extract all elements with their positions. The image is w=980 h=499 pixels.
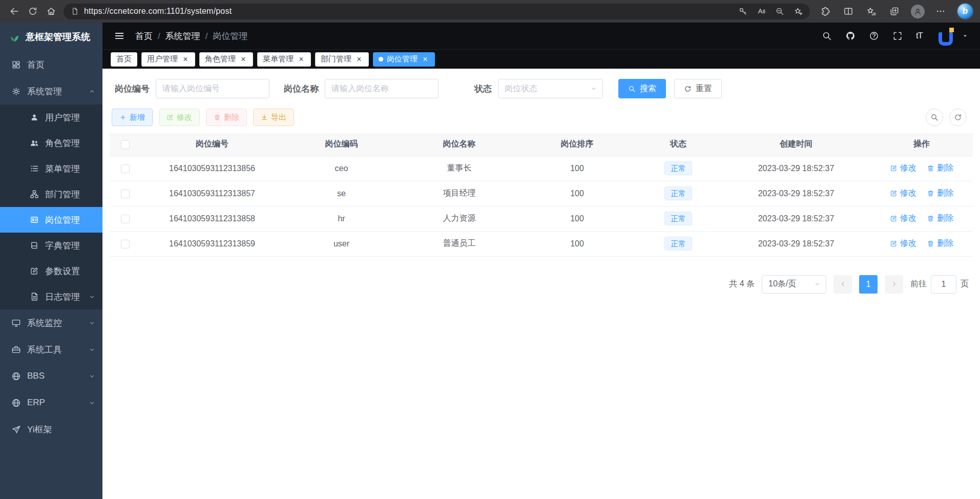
- table-toolbar: 新增 修改 删除 导出: [112, 109, 971, 126]
- close-icon[interactable]: [181, 55, 190, 64]
- cell-create-time: 2023-03-29 18:52:37: [722, 206, 870, 231]
- row-edit-link[interactable]: 修改: [890, 213, 916, 224]
- close-icon[interactable]: [421, 55, 429, 64]
- status-select[interactable]: 岗位状态: [498, 79, 603, 98]
- cell-post-id: 1641030593112313858: [140, 206, 284, 231]
- row-delete-link[interactable]: 删除: [927, 238, 953, 249]
- collections-icon: [889, 6, 900, 16]
- row-delete-link[interactable]: 删除: [927, 163, 953, 174]
- hamburger-icon[interactable]: [114, 30, 125, 41]
- site-info-icon[interactable]: [71, 7, 79, 15]
- address-bar[interactable]: https://ccnetcore.com:1101/system/post: [64, 4, 810, 19]
- export-button[interactable]: 导出: [253, 109, 294, 126]
- goto-label: 前往: [910, 279, 927, 289]
- search-icon[interactable]: [822, 31, 832, 41]
- sidebar-item-menus[interactable]: 菜单管理: [0, 156, 102, 181]
- reset-button[interactable]: 重置: [674, 79, 722, 98]
- close-icon[interactable]: [239, 55, 247, 64]
- page-number-button[interactable]: 1: [859, 275, 878, 294]
- user-icon: [30, 113, 39, 122]
- font-size-icon[interactable]: tT: [916, 31, 923, 41]
- extensions-button[interactable]: [816, 3, 835, 20]
- next-page-button[interactable]: [885, 275, 903, 294]
- row-checkbox[interactable]: [121, 240, 130, 248]
- sidebar-item-depts[interactable]: 部门管理: [0, 181, 102, 207]
- fullscreen-icon[interactable]: [892, 31, 903, 41]
- sidebar-item-logs[interactable]: 日志管理: [0, 284, 102, 309]
- sidebar-item-roles[interactable]: 角色管理: [0, 130, 102, 156]
- row-edit-link[interactable]: 修改: [890, 238, 916, 249]
- search-button[interactable]: 搜索: [618, 79, 666, 98]
- tab-home[interactable]: 首页: [111, 52, 137, 67]
- add-favorite-icon[interactable]: [794, 7, 803, 16]
- copilot-button[interactable]: b: [957, 4, 973, 19]
- breadcrumb-system[interactable]: 系统管理: [165, 30, 213, 42]
- github-icon[interactable]: [845, 31, 856, 41]
- sidebar-item-system-mgmt[interactable]: 系统管理: [0, 78, 102, 105]
- post-name-input[interactable]: [325, 79, 439, 98]
- row-edit-link[interactable]: 修改: [890, 188, 916, 199]
- refresh-button[interactable]: [24, 3, 42, 20]
- caret-down-icon[interactable]: [962, 32, 969, 39]
- post-id-input[interactable]: [156, 79, 269, 98]
- close-icon[interactable]: [297, 55, 305, 64]
- chevron-down-icon: [89, 294, 95, 300]
- tab-roles[interactable]: 角色管理: [199, 52, 253, 67]
- tab-users[interactable]: 用户管理: [141, 52, 195, 67]
- close-icon[interactable]: [355, 55, 363, 64]
- add-button[interactable]: 新增: [112, 109, 153, 126]
- tab-depts[interactable]: 部门管理: [315, 52, 369, 67]
- row-checkbox[interactable]: [121, 215, 130, 223]
- col-status: 状态: [635, 133, 722, 156]
- tab-posts[interactable]: 岗位管理: [373, 52, 435, 67]
- collections-button[interactable]: [885, 3, 904, 20]
- tab-menus[interactable]: 菜单管理: [257, 52, 311, 67]
- row-edit-link[interactable]: 修改: [890, 163, 916, 174]
- delete-button[interactable]: 删除: [206, 109, 247, 126]
- sidebar-item-erp[interactable]: ERP: [0, 389, 102, 416]
- sidebar-item-params[interactable]: 参数设置: [0, 258, 102, 284]
- split-screen-button[interactable]: [839, 3, 858, 20]
- sidebar-item-monitor[interactable]: 系统监控: [0, 309, 102, 336]
- refresh-table-button[interactable]: [949, 109, 967, 126]
- question-icon[interactable]: [869, 31, 879, 41]
- row-delete-link[interactable]: 删除: [927, 188, 953, 199]
- page-size-select[interactable]: 10条/页: [762, 275, 826, 294]
- breadcrumb-home[interactable]: 首页: [135, 30, 165, 42]
- cell-post-id: 1641030593112313859: [140, 231, 284, 256]
- prev-page-button[interactable]: [833, 275, 852, 294]
- main-panel: 首页 系统管理 岗位管理 tT: [102, 23, 980, 499]
- row-checkbox[interactable]: [121, 164, 130, 173]
- url-text[interactable]: https://ccnetcore.com:1101/system/post: [84, 7, 738, 16]
- row-delete-link[interactable]: 删除: [927, 213, 953, 224]
- home-button[interactable]: [42, 3, 60, 20]
- read-aloud-icon[interactable]: [757, 7, 766, 16]
- status-label: 状态: [474, 83, 492, 95]
- extensions-puzzle-icon: [820, 6, 830, 16]
- edit-button[interactable]: 修改: [159, 109, 200, 126]
- edit-icon: [30, 266, 39, 276]
- toggle-search-button[interactable]: [926, 109, 943, 126]
- saved-password-icon[interactable]: [738, 7, 747, 16]
- zoom-icon[interactable]: [775, 7, 784, 16]
- sidebar-item-tools[interactable]: 系统工具: [0, 336, 102, 363]
- back-button[interactable]: [5, 3, 24, 20]
- sidebar-item-yi-framework[interactable]: Yi框架: [0, 416, 102, 443]
- browser-menu-button[interactable]: [931, 3, 950, 20]
- cell-post-code: user: [284, 231, 399, 256]
- favorites-button[interactable]: [862, 3, 881, 20]
- select-all-checkbox[interactable]: [121, 140, 130, 149]
- app-logo[interactable]: 意框架管理系统: [0, 23, 102, 51]
- sidebar-item-bbs[interactable]: BBS: [0, 363, 102, 389]
- user-avatar[interactable]: [936, 26, 955, 46]
- goto-page-input[interactable]: [931, 275, 956, 294]
- sidebar-item-posts[interactable]: 岗位管理: [0, 207, 102, 233]
- browser-profile-button[interactable]: [908, 3, 927, 20]
- sidebar-item-dicts[interactable]: 字典管理: [0, 233, 102, 258]
- sidebar-item-home[interactable]: 首页: [0, 51, 102, 78]
- active-dot: [379, 57, 383, 61]
- sidebar-item-users[interactable]: 用户管理: [0, 105, 102, 130]
- cell-post-id: 1641030593112313857: [140, 181, 284, 206]
- refresh-icon: [28, 6, 38, 16]
- row-checkbox[interactable]: [121, 190, 130, 198]
